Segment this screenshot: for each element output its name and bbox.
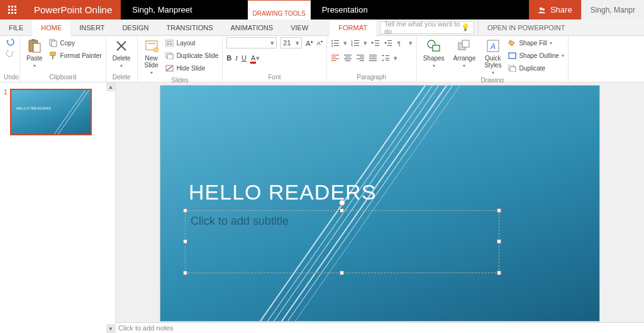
format-painter-button[interactable]: Format Painter: [49, 50, 102, 61]
resize-handle[interactable]: [497, 239, 501, 244]
shape-fill-icon: [508, 38, 516, 47]
hide-slide-button[interactable]: Hide Slide: [165, 62, 219, 74]
resize-handle[interactable]: [497, 271, 501, 275]
align-left-button[interactable]: [331, 54, 340, 62]
svg-text:A: A: [490, 42, 496, 51]
new-slide-icon: ✶: [144, 38, 159, 54]
font-color-button[interactable]: A▾: [250, 54, 260, 62]
thumb-scroll-down[interactable]: ▼: [106, 324, 115, 333]
slide-thumbnail-preview: HELLO READERS: [10, 89, 92, 135]
decrease-indent-button[interactable]: [371, 38, 380, 47]
bold-button[interactable]: B: [226, 54, 231, 62]
user-name-right[interactable]: Singh, Manpr: [581, 0, 644, 20]
tab-design[interactable]: DESIGN: [113, 20, 157, 35]
svg-rect-64: [369, 57, 377, 57]
resize-handle[interactable]: [183, 271, 187, 275]
grow-font-button[interactable]: A▴: [306, 39, 313, 47]
hide-slide-icon: [165, 64, 174, 72]
svg-rect-54: [331, 60, 336, 61]
svg-rect-63: [369, 55, 377, 55]
layout-icon: [165, 38, 174, 47]
open-in-powerpoint-button[interactable]: OPEN IN POWERPOINT: [478, 20, 574, 35]
quick-styles-button[interactable]: A Quick Styles▾: [482, 37, 504, 77]
svg-rect-58: [345, 60, 350, 61]
svg-rect-44: [375, 40, 379, 41]
svg-rect-45: [375, 43, 379, 43]
shapes-button[interactable]: Shapes▾: [421, 37, 447, 70]
resize-handle[interactable]: [183, 208, 187, 213]
share-button[interactable]: Share: [529, 0, 581, 20]
increase-indent-button[interactable]: [384, 38, 392, 47]
font-size-select[interactable]: 21▾: [280, 37, 302, 48]
resize-handle[interactable]: [340, 208, 344, 213]
slide-thumbnail[interactable]: 1 HELLO READERS: [0, 82, 115, 138]
svg-rect-56: [345, 57, 350, 57]
italic-button[interactable]: I: [235, 54, 238, 62]
svg-rect-0: [8, 6, 10, 8]
tab-insert[interactable]: INSERT: [70, 20, 113, 35]
copy-button[interactable]: Copy: [49, 37, 102, 48]
tab-transitions[interactable]: TRANSITIONS: [158, 20, 222, 35]
numbering-button[interactable]: 123: [351, 38, 360, 47]
shrink-font-button[interactable]: A▾: [317, 39, 323, 47]
svg-rect-29: [167, 54, 173, 59]
tab-view[interactable]: VIEW: [282, 20, 317, 35]
shape-outline-button[interactable]: Shape Outline ▾: [508, 50, 564, 61]
justify-button[interactable]: [369, 54, 377, 62]
group-clipboard-label: Clipboard: [24, 74, 102, 82]
svg-rect-41: [354, 43, 359, 43]
text-direction-button[interactable]: ¶: [396, 38, 405, 47]
svg-rect-35: [334, 43, 339, 43]
paste-button[interactable]: Paste▾: [24, 37, 45, 70]
tab-animations[interactable]: ANIMATIONS: [222, 20, 282, 35]
svg-rect-37: [334, 45, 339, 46]
align-right-button[interactable]: [356, 54, 365, 62]
layout-button[interactable]: Layout: [165, 37, 219, 48]
resize-handle[interactable]: [183, 239, 187, 244]
tell-me-search[interactable]: Tell me what you want to do 💡: [380, 21, 474, 34]
svg-rect-6: [8, 12, 10, 14]
svg-rect-8: [14, 12, 16, 14]
svg-point-9: [540, 7, 542, 9]
arrange-button[interactable]: Arrange▾: [451, 37, 479, 70]
slide-number: 1: [4, 89, 8, 135]
resize-handle[interactable]: [340, 271, 344, 275]
tell-me-placeholder: Tell me what you want to do: [384, 20, 461, 35]
slide-title-text[interactable]: HELLO READERS: [189, 180, 376, 205]
apps-grid-icon: [8, 6, 17, 14]
svg-rect-16: [50, 52, 55, 55]
user-name-left[interactable]: Singh, Manpreet: [121, 0, 203, 20]
svg-rect-7: [11, 12, 13, 14]
svg-rect-33: [334, 40, 339, 41]
svg-rect-43: [354, 45, 359, 46]
undo-button[interactable]: [6, 37, 14, 46]
tab-format[interactable]: FORMAT: [330, 20, 376, 36]
shape-fill-button[interactable]: Shape Fill ▾: [508, 37, 564, 48]
duplicate-slide-icon: [165, 51, 174, 60]
notes-input[interactable]: Click to add notes: [116, 322, 644, 333]
slide-canvas[interactable]: HELLO READERS Click to add subtitle: [160, 85, 600, 322]
redo-button[interactable]: [6, 48, 14, 57]
app-launcher-button[interactable]: [0, 0, 25, 20]
group-delete-label: Delete: [110, 74, 133, 82]
duplicate-slide-button[interactable]: Duplicate Slide: [165, 50, 219, 61]
bullets-button[interactable]: [331, 38, 340, 47]
resize-handle[interactable]: [497, 208, 501, 213]
svg-rect-1: [11, 6, 13, 8]
tab-file[interactable]: FILE: [0, 20, 32, 35]
new-slide-button[interactable]: ✶ New Slide▾: [142, 37, 162, 77]
duplicate-shape-button[interactable]: Duplicate: [508, 62, 564, 74]
thumb-scroll-up[interactable]: ▲: [106, 82, 115, 91]
rotate-handle[interactable]: [339, 200, 345, 206]
underline-button[interactable]: U: [242, 54, 247, 62]
line-spacing-button[interactable]: [381, 54, 390, 62]
font-family-select[interactable]: ▾: [226, 37, 277, 48]
slide-editor: HELLO READERS Click to add subtitle Clic…: [116, 82, 644, 333]
group-font-label: Font: [226, 74, 322, 82]
align-center-button[interactable]: [343, 54, 352, 62]
tab-home[interactable]: HOME: [32, 20, 70, 36]
svg-rect-51: [331, 55, 339, 55]
delete-button[interactable]: Delete▾: [110, 37, 133, 70]
document-title[interactable]: Presentation: [311, 0, 379, 20]
subtitle-textbox[interactable]: Click to add subtitle: [185, 210, 499, 273]
